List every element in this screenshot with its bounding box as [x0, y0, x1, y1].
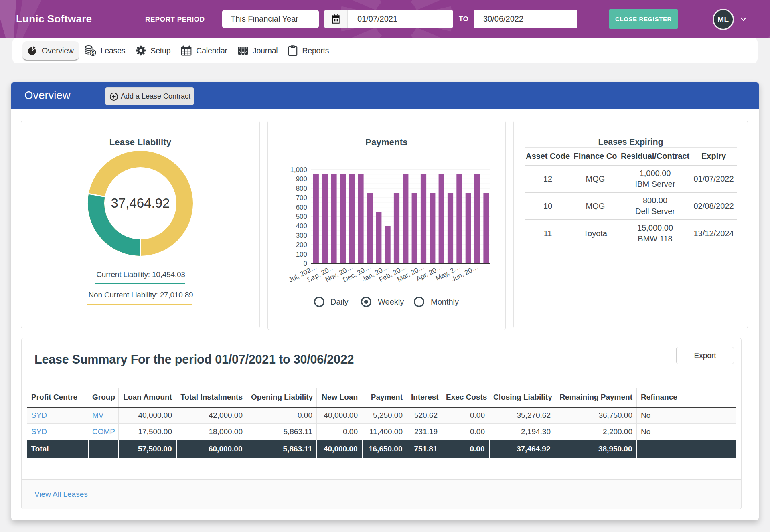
- svg-text:900: 900: [296, 175, 307, 183]
- svg-text:$: $: [91, 50, 94, 56]
- svg-text:0: 0: [304, 260, 307, 267]
- svg-text:800: 800: [296, 185, 307, 192]
- svg-text:200: 200: [296, 241, 307, 249]
- svg-text:500: 500: [296, 213, 307, 220]
- svg-text:300: 300: [296, 232, 307, 239]
- svg-text:600: 600: [296, 204, 307, 211]
- svg-text:700: 700: [296, 194, 307, 202]
- svg-text:1,000: 1,000: [290, 166, 307, 174]
- svg-text:37,464.92: 37,464.92: [111, 196, 170, 210]
- svg-text:400: 400: [296, 222, 307, 230]
- svg-text:100: 100: [296, 251, 307, 258]
